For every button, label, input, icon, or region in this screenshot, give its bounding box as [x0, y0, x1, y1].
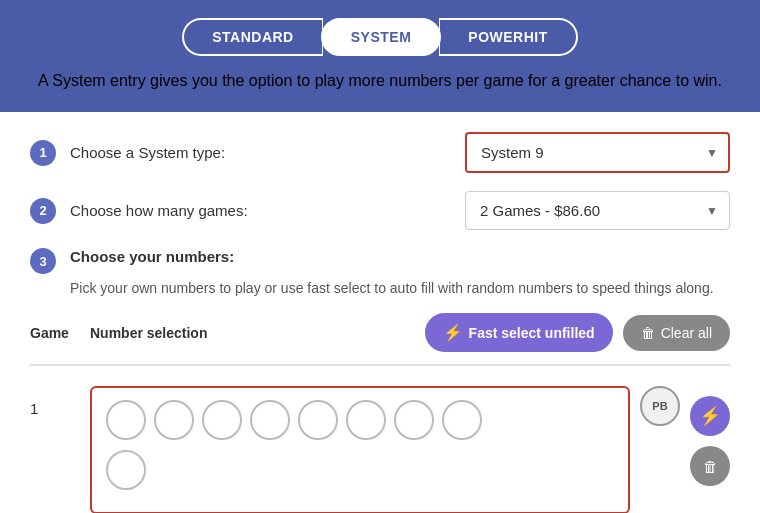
lightning-icon: ⚡ — [699, 405, 721, 427]
fast-select-button[interactable]: ⚡ Fast select unfilled — [425, 313, 613, 352]
step3-label: Choose your numbers: — [70, 248, 234, 265]
ball-8[interactable] — [442, 400, 482, 440]
balls-row-extra — [106, 450, 614, 490]
game-row: 1 PB ⚡ 🗑 — [30, 378, 730, 513]
tab-standard[interactable]: STANDARD — [182, 18, 323, 56]
header: STANDARD SYSTEM POWERHIT A System entry … — [0, 0, 760, 112]
ball-7[interactable] — [394, 400, 434, 440]
system-type-dropdown-wrapper: System 8 System 9 System 10 System 12 ▼ — [465, 132, 730, 173]
tab-system[interactable]: SYSTEM — [321, 18, 442, 56]
ball-1[interactable] — [106, 400, 146, 440]
step1-number: 1 — [30, 140, 56, 166]
col-numbers-header: Number selection — [90, 325, 425, 341]
games-dropdown[interactable]: 2 Games - $86.60 4 Games - $173.20 — [465, 191, 730, 230]
trash-icon-clear: 🗑 — [641, 325, 655, 341]
step3-wrapper: 3 Choose your numbers: Pick your own num… — [30, 248, 730, 299]
main-content: 1 Choose a System type: System 8 System … — [0, 112, 760, 513]
bolt-icon: ⚡ — [443, 323, 463, 342]
header-description: A System entry gives you the option to p… — [20, 72, 740, 90]
ball-3[interactable] — [202, 400, 242, 440]
step3-row: 3 Choose your numbers: — [30, 248, 730, 274]
tab-powerhit[interactable]: POWERHIT — [439, 18, 577, 56]
col-game-header: Game — [30, 325, 90, 341]
number-selection-area — [90, 386, 630, 513]
ball-extra-1[interactable] — [106, 450, 146, 490]
ball-4[interactable] — [250, 400, 290, 440]
action-row: Game Number selection ⚡ Fast select unfi… — [30, 313, 730, 366]
tabs-container: STANDARD SYSTEM POWERHIT — [20, 18, 740, 56]
game-trash-button[interactable]: 🗑 — [690, 446, 730, 486]
step2-label: Choose how many games: — [70, 202, 451, 219]
clear-all-button[interactable]: 🗑 Clear all — [623, 315, 730, 351]
ball-2[interactable] — [154, 400, 194, 440]
trash-icon-game: 🗑 — [703, 458, 718, 475]
step2-number: 2 — [30, 198, 56, 224]
games-dropdown-wrapper: 2 Games - $86.60 4 Games - $173.20 ▼ — [465, 191, 730, 230]
step3-number: 3 — [30, 248, 56, 274]
game-lightning-button[interactable]: ⚡ — [690, 396, 730, 436]
step2-row: 2 Choose how many games: 2 Games - $86.6… — [30, 191, 730, 230]
step3-description: Pick your own numbers to play or use fas… — [70, 278, 730, 299]
game-number-label: 1 — [30, 386, 80, 417]
ball-6[interactable] — [346, 400, 386, 440]
pb-badge: PB — [640, 386, 680, 426]
ball-5[interactable] — [298, 400, 338, 440]
fast-select-label: Fast select unfilled — [469, 325, 595, 341]
step1-row: 1 Choose a System type: System 8 System … — [30, 132, 730, 173]
step1-label: Choose a System type: — [70, 144, 451, 161]
balls-row-main — [106, 400, 614, 440]
game-actions: ⚡ 🗑 — [690, 386, 730, 486]
system-type-dropdown[interactable]: System 8 System 9 System 10 System 12 — [465, 132, 730, 173]
clear-all-label: Clear all — [661, 325, 712, 341]
